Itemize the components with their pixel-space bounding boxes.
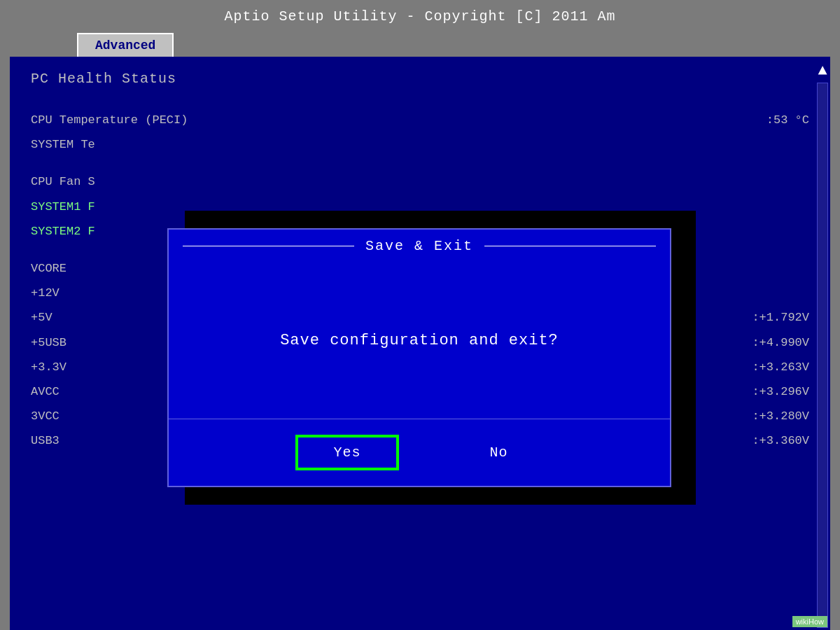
- scrollbar[interactable]: ▲: [815, 57, 830, 630]
- status-label: SYSTEM Te: [31, 135, 255, 154]
- title-bar: Aptio Setup Utility - Copyright [C] 2011…: [0, 0, 840, 33]
- no-button[interactable]: No: [455, 438, 543, 468]
- dialog-body: Save configuration and exit?: [169, 262, 670, 419]
- list-item: SYSTEM Te: [31, 132, 809, 157]
- status-label: CPU Temperature (PECI): [31, 111, 255, 130]
- page-title: PC Health Status: [31, 71, 809, 87]
- scroll-track[interactable]: [817, 83, 828, 628]
- status-value: :+3.296V: [752, 382, 809, 401]
- list-item: CPU Fan S: [31, 169, 809, 194]
- status-value: :+3.263V: [752, 358, 809, 377]
- list-item: CPU Temperature (PECI) :53 °C: [31, 108, 809, 132]
- tab-advanced[interactable]: Advanced: [77, 33, 174, 57]
- status-value: :53 °C: [766, 111, 809, 130]
- status-value: :+3.280V: [752, 407, 809, 426]
- dialog-title-line-right: [484, 246, 656, 246]
- dialog-title-line-left: [183, 246, 354, 246]
- status-value: :+3.360V: [752, 431, 809, 450]
- dialog-title: Save & Exit: [365, 238, 473, 254]
- scroll-up-arrow[interactable]: ▲: [818, 62, 827, 80]
- yes-button[interactable]: Yes: [295, 435, 398, 470]
- dialog-buttons: Yes No: [169, 419, 670, 486]
- tab-row: Advanced: [0, 33, 840, 57]
- status-label: CPU Fan S: [31, 172, 255, 191]
- main-content: ▲ PC Health Status CPU Temperature (PECI…: [10, 57, 830, 630]
- dialog-title-bar: Save & Exit: [169, 230, 670, 262]
- save-exit-dialog: Save & Exit Save configuration and exit?…: [167, 228, 671, 487]
- status-value: :+4.990V: [752, 333, 809, 352]
- dialog-message: Save configuration and exit?: [280, 332, 559, 349]
- status-value: :+1.792V: [752, 308, 809, 327]
- wikihow-badge: wikiHow: [792, 616, 827, 627]
